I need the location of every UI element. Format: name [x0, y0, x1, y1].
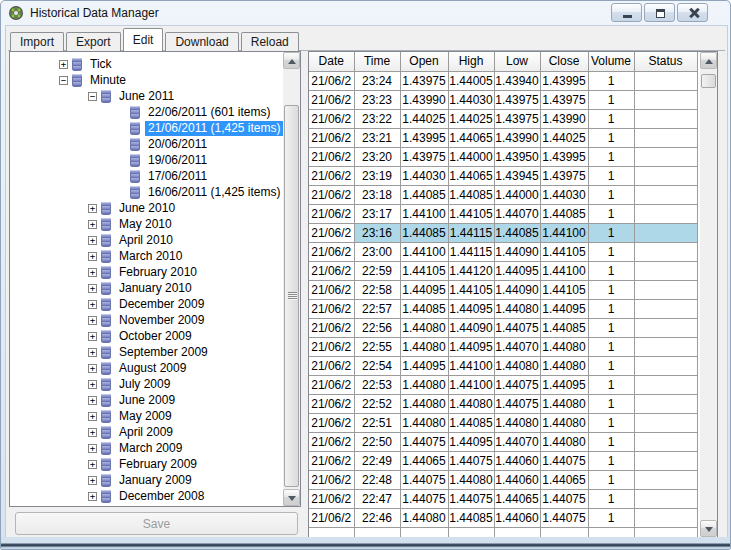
grid-cell[interactable]: 22:50 [354, 432, 400, 451]
tree-item-label[interactable]: November 2009 [116, 313, 207, 328]
tree-item[interactable]: +November 2009 [10, 312, 283, 328]
grid-cell[interactable]: 1.44100 [540, 223, 588, 242]
tree-item-label[interactable]: 17/06/2011 [145, 169, 210, 184]
tree-item[interactable]: +May 2009 [10, 408, 283, 424]
grid-cell[interactable]: 1.44075 [540, 451, 588, 470]
expand-icon[interactable]: + [88, 220, 97, 229]
tree-item[interactable]: +October 2009 [10, 328, 283, 344]
grid-cell[interactable]: 1.43975 [540, 166, 588, 185]
grid-cell[interactable]: 1 [588, 356, 634, 375]
grid-scrollbar[interactable] [700, 52, 717, 537]
grid-cell[interactable]: 1.44090 [494, 280, 540, 299]
grid-cell[interactable] [634, 318, 697, 337]
grid-cell[interactable]: 1.44070 [494, 204, 540, 223]
grid-cell[interactable]: 1 [588, 147, 634, 166]
expand-icon[interactable]: + [88, 284, 97, 293]
grid-cell[interactable]: 1.44060 [494, 470, 540, 489]
column-header-low[interactable]: Low [494, 52, 540, 71]
expand-icon[interactable]: + [88, 412, 97, 421]
tree-item-label[interactable]: 21/06/2011 (1,425 items) [145, 121, 284, 136]
grid-cell[interactable]: 1 [588, 280, 634, 299]
grid-cell[interactable]: 23:22 [354, 109, 400, 128]
grid-cell[interactable]: 21/06/2 [309, 90, 354, 109]
grid-cell[interactable]: 21/06/2 [309, 413, 354, 432]
column-header-date[interactable]: Date [309, 52, 354, 71]
grid-cell[interactable] [634, 299, 697, 318]
tree-item-label[interactable]: 20/06/2011 [145, 137, 210, 152]
tree-item-label[interactable]: July 2009 [116, 377, 173, 392]
grid-cell[interactable] [634, 71, 697, 90]
grid-cell[interactable]: 21/06/2 [309, 432, 354, 451]
expand-icon[interactable]: + [88, 204, 97, 213]
grid-cell[interactable]: 1.44080 [448, 394, 494, 413]
grid-cell[interactable]: 1.44085 [400, 223, 448, 242]
grid-cell[interactable] [634, 413, 697, 432]
grid-cell[interactable] [634, 375, 697, 394]
grid-cell[interactable]: 1.43975 [540, 90, 588, 109]
grid-cell[interactable]: 21/06/2 [309, 470, 354, 489]
grid-cell[interactable]: 1.43975 [400, 71, 448, 90]
grid-cell[interactable]: 22:57 [354, 299, 400, 318]
grid-cell[interactable] [634, 394, 697, 413]
grid-cell[interactable] [634, 356, 697, 375]
tree-item[interactable]: +January 2009 [10, 472, 283, 488]
grid-cell[interactable]: 23:16 [354, 223, 400, 242]
tree-item-label[interactable]: May 2009 [116, 409, 175, 424]
expand-icon[interactable]: + [88, 492, 97, 501]
grid-cell[interactable]: 22:48 [354, 470, 400, 489]
tree-item-label[interactable]: 22/06/2011 (601 items) [145, 105, 274, 120]
grid-cell[interactable]: 1.44060 [494, 451, 540, 470]
grid-cell[interactable]: 1.44030 [448, 90, 494, 109]
tree-item-label[interactable]: August 2009 [116, 361, 189, 376]
grid-cell[interactable]: 22:59 [354, 261, 400, 280]
tree-item-label[interactable]: June 2009 [116, 393, 178, 408]
expand-icon[interactable]: + [88, 380, 97, 389]
grid-cell[interactable] [634, 451, 697, 470]
grid-cell[interactable] [634, 242, 697, 261]
expand-icon[interactable]: + [59, 60, 68, 69]
grid-cell[interactable]: 1.44090 [494, 242, 540, 261]
grid-cell[interactable]: 1.44080 [494, 299, 540, 318]
tree-scrollbar[interactable] [283, 52, 300, 506]
grid-cell[interactable]: 21/06/2 [309, 299, 354, 318]
grid-cell[interactable]: 1 [588, 489, 634, 508]
grid-cell[interactable]: 1.44095 [540, 299, 588, 318]
grid-cell[interactable]: 1.44105 [448, 280, 494, 299]
grid-cell[interactable]: 1.44080 [400, 318, 448, 337]
grid-cell[interactable]: 1.44080 [494, 413, 540, 432]
grid-cell[interactable]: 1 [588, 508, 634, 527]
grid-cell[interactable]: 1 [588, 394, 634, 413]
grid-cell[interactable]: 22:54 [354, 356, 400, 375]
grid-cell[interactable]: 1 [588, 166, 634, 185]
grid-cell[interactable]: 1.44080 [540, 337, 588, 356]
tree-item[interactable]: +June 2009 [10, 392, 283, 408]
grid-cell[interactable] [634, 147, 697, 166]
tree-item-label[interactable]: March 2010 [116, 249, 185, 264]
grid-cell[interactable]: 1.44075 [400, 432, 448, 451]
grid-cell[interactable]: 1.44070 [494, 337, 540, 356]
grid-cell[interactable]: 1.43995 [400, 128, 448, 147]
grid-cell[interactable]: 1.44065 [540, 470, 588, 489]
grid-cell[interactable] [634, 223, 697, 242]
grid-cell[interactable]: 1 [588, 128, 634, 147]
grid-cell[interactable]: 1.44095 [400, 280, 448, 299]
expand-icon[interactable]: + [88, 252, 97, 261]
grid-cell[interactable]: 21/06/2 [309, 318, 354, 337]
grid-cell[interactable]: 22:52 [354, 394, 400, 413]
tree-item-label[interactable]: December 2008 [116, 489, 207, 504]
grid-cell[interactable] [634, 280, 697, 299]
grid-cell[interactable] [634, 166, 697, 185]
column-header-close[interactable]: Close [540, 52, 588, 71]
grid-cell[interactable] [634, 109, 697, 128]
expand-icon[interactable]: + [88, 268, 97, 277]
tab-edit[interactable]: Edit [123, 28, 164, 51]
tree-item[interactable]: 22/06/2011 (601 items) [10, 104, 283, 120]
column-header-high[interactable]: High [448, 52, 494, 71]
scroll-up-button[interactable] [700, 52, 717, 69]
tree-item[interactable]: 17/06/2011 [10, 168, 283, 184]
grid-cell[interactable]: 1.44095 [448, 299, 494, 318]
grid-cell[interactable]: 1.44105 [448, 204, 494, 223]
grid-cell[interactable]: 1 [588, 470, 634, 489]
grid-cell[interactable]: 1.44080 [540, 432, 588, 451]
grid-cell[interactable] [634, 185, 697, 204]
